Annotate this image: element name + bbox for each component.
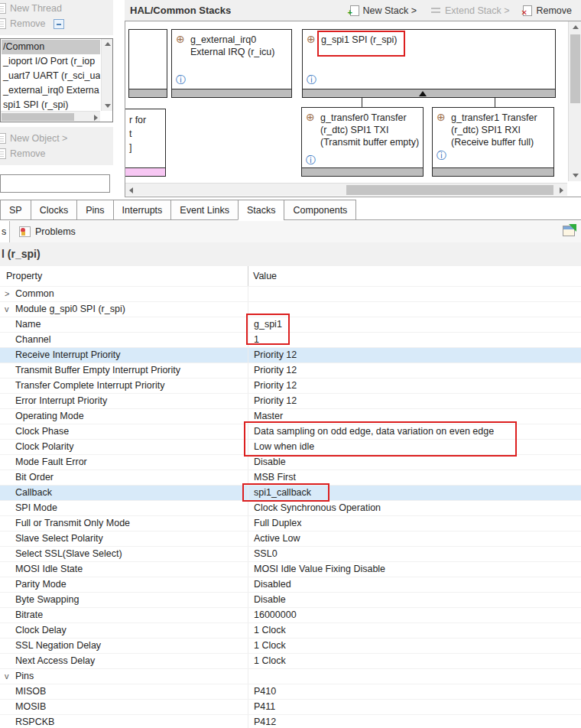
stacks-diagram-canvas[interactable]: ⊕ g_external_irq0 External IRQ (r_icu) ⓘ…: [125, 21, 581, 197]
table-row[interactable]: Transfer Complete Interrupt Priority Pri…: [0, 378, 581, 393]
table-row[interactable]: Parity Mode Disabled: [0, 577, 581, 592]
value-cell[interactable]: Priority 12: [248, 348, 581, 362]
scroll-down-icon[interactable]: [105, 104, 111, 108]
value-cell[interactable]: Disabled: [248, 577, 581, 592]
value-cell[interactable]: Priority 12: [248, 394, 581, 408]
value-cell[interactable]: Master: [248, 409, 581, 424]
value-cell[interactable]: Low when idle: [248, 440, 581, 454]
table-row[interactable]: Next Access Delay 1 Clock: [0, 653, 581, 668]
value-cell[interactable]: spi1_callback: [248, 486, 581, 500]
scrollbar-thumb[interactable]: [570, 34, 580, 103]
stack-box-clipped-left[interactable]: [128, 29, 167, 98]
info-icon[interactable]: ⓘ: [176, 75, 186, 85]
editor-tab[interactable]: Interrupts: [113, 200, 172, 220]
table-row[interactable]: Receive Interrupt Priority Priority 12: [0, 347, 581, 362]
value-cell[interactable]: 1: [248, 333, 581, 347]
scrollbar-thumb[interactable]: [2, 113, 74, 121]
tab-properties-fragment[interactable]: s: [0, 221, 10, 242]
list-vertical-scrollbar[interactable]: [101, 39, 112, 111]
editor-tab[interactable]: Event Links: [170, 200, 239, 220]
value-cell[interactable]: SSL0: [248, 547, 581, 561]
value-cell[interactable]: P411: [248, 700, 581, 714]
editor-tab[interactable]: Stacks: [238, 200, 285, 220]
value-cell[interactable]: Disable: [248, 455, 581, 470]
collapse-triangle-icon[interactable]: [419, 91, 427, 96]
table-row[interactable]: Operating Mode Master: [0, 408, 581, 424]
value-cell[interactable]: [248, 669, 581, 684]
editor-tab[interactable]: Components: [284, 200, 356, 220]
remove-thread-button[interactable]: Remove: [0, 15, 113, 31]
restore-view-icon[interactable]: [563, 226, 575, 236]
table-row[interactable]: Clock Phase Data sampling on odd edge, d…: [0, 424, 581, 439]
table-row[interactable]: Bit Order MSB First: [0, 470, 581, 485]
list-item[interactable]: spi1 SPI (r_spi): [2, 98, 100, 110]
canvas-horizontal-scrollbar[interactable]: [125, 183, 567, 196]
value-cell[interactable]: P412: [248, 715, 581, 728]
table-row[interactable]: RSPCKB P412: [0, 714, 581, 728]
list-item[interactable]: _ioport I/O Port (r_iop: [2, 54, 100, 69]
table-row[interactable]: Byte Swapping Disable: [0, 592, 581, 607]
column-header-property[interactable]: Property: [0, 266, 248, 286]
extend-stack-button[interactable]: Extend Stack >: [430, 5, 509, 16]
scrollbar-thumb[interactable]: [346, 185, 553, 195]
tab-problems[interactable]: Problems: [10, 226, 85, 237]
value-cell[interactable]: Active Low: [248, 531, 581, 546]
list-item[interactable]: _uart7 UART (r_sci_ua: [2, 69, 100, 83]
table-row[interactable]: SPI Mode Clock Synchronous Operation: [0, 500, 581, 515]
editor-tab[interactable]: SP: [0, 200, 31, 220]
list-item[interactable]: /Common: [2, 40, 100, 54]
value-cell[interactable]: 1 Clock: [248, 654, 581, 668]
remove-stack-button[interactable]: ✕ Remove: [523, 5, 572, 16]
remove-object-button[interactable]: Remove: [0, 145, 113, 161]
info-icon[interactable]: ⓘ: [307, 75, 316, 85]
tree-arrow-icon[interactable]: [5, 669, 15, 684]
table-row[interactable]: Select SSL(Slave Select) SSL0: [0, 546, 581, 561]
table-row[interactable]: MOSIB P411: [0, 699, 581, 714]
stack-box-transfer0[interactable]: ⊕ g_transfer0 Transfer (r_dtc) SPI1 TXI …: [301, 107, 424, 177]
list-horizontal-scrollbar[interactable]: [1, 111, 100, 122]
new-object-button[interactable]: New Object >: [0, 130, 113, 145]
table-row[interactable]: Channel 1: [0, 332, 581, 347]
value-cell[interactable]: [248, 302, 581, 317]
collapse-all-icon[interactable]: [54, 19, 64, 29]
value-cell[interactable]: MOSI Idle Value Fixing Disable: [248, 562, 581, 577]
stack-box-external-irq[interactable]: ⊕ g_external_irq0 External IRQ (r_icu) ⓘ: [171, 29, 292, 98]
new-stack-button[interactable]: + New Stack >: [350, 5, 417, 16]
editor-tab[interactable]: Clocks: [31, 200, 78, 220]
table-row[interactable]: Error Interrupt Priority Priority 12: [0, 393, 581, 408]
value-cell[interactable]: Priority 12: [248, 379, 581, 393]
value-cell[interactable]: g_spi1: [248, 317, 581, 332]
stack-box-spi1[interactable]: ⊕ g_spi1 SPI (r_spi) ⓘ: [302, 29, 556, 98]
value-cell[interactable]: 1 Clock: [248, 639, 581, 653]
scroll-right-icon[interactable]: [560, 187, 563, 193]
table-row[interactable]: Transmit Buffer Empty Interrupt Priority…: [0, 362, 581, 378]
new-thread-button[interactable]: New Thread: [0, 0, 113, 15]
table-row[interactable]: Common: [0, 286, 581, 301]
scroll-left-icon[interactable]: [129, 187, 133, 193]
value-cell[interactable]: Priority 12: [248, 363, 581, 378]
table-row[interactable]: Callback spi1_callback: [0, 485, 581, 500]
value-cell[interactable]: Data sampling on odd edge, data variatio…: [248, 424, 581, 439]
tree-arrow-icon[interactable]: [5, 287, 15, 301]
scroll-down-icon[interactable]: [573, 174, 579, 177]
table-row[interactable]: Module g_spi0 SPI (r_spi): [0, 301, 581, 317]
canvas-vertical-scrollbar[interactable]: [568, 21, 581, 181]
info-icon[interactable]: ⓘ: [306, 155, 316, 165]
stack-box-clipped-pink[interactable]: r for t ]: [125, 109, 166, 177]
info-icon[interactable]: ⓘ: [437, 151, 446, 161]
tree-arrow-icon[interactable]: [5, 302, 15, 317]
filter-input[interactable]: [0, 174, 110, 193]
table-row[interactable]: SSL Negation Delay 1 Clock: [0, 638, 581, 653]
table-row[interactable]: Bitrate 16000000: [0, 607, 581, 622]
value-cell[interactable]: P410: [248, 684, 581, 699]
value-cell[interactable]: Disable: [248, 593, 581, 607]
value-cell[interactable]: [248, 287, 581, 301]
table-row[interactable]: Name g_spi1: [0, 317, 581, 332]
table-row[interactable]: Mode Fault Error Disable: [0, 454, 581, 470]
scroll-right-icon[interactable]: [94, 115, 98, 121]
scroll-up-icon[interactable]: [573, 25, 579, 29]
table-row[interactable]: MOSI Idle State MOSI Idle Value Fixing D…: [0, 561, 581, 577]
table-row[interactable]: Slave Select Polarity Active Low: [0, 531, 581, 546]
table-row[interactable]: Clock Delay 1 Clock: [0, 622, 581, 638]
value-cell[interactable]: Clock Synchronous Operation: [248, 501, 581, 515]
